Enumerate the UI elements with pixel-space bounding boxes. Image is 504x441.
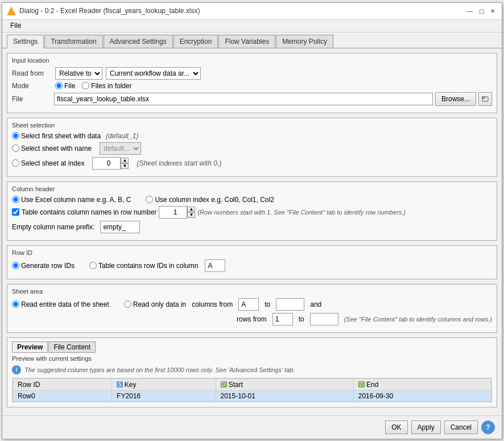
generate-row-ids-radio[interactable] <box>12 262 19 269</box>
mode-folder-label: Files in folder <box>91 82 131 90</box>
app-icon <box>7 6 16 15</box>
row-spinner-controls: ▲ ▼ <box>187 207 195 218</box>
mode-folder-radio[interactable] <box>82 82 89 89</box>
column-header-title: Column header <box>12 186 492 192</box>
mode-label: Mode <box>12 82 52 90</box>
preview-tab-bar: Preview File Content <box>12 341 492 353</box>
col-start-label: Start <box>229 381 243 389</box>
col-excel-name-radio[interactable] <box>12 196 19 203</box>
sheet-option2: Select sheet with name <box>12 145 92 153</box>
ok-button[interactable]: OK <box>385 421 407 434</box>
table-row-ids-option: Table contains row IDs in column <box>89 262 198 270</box>
cell-rowid: Row0 <box>13 390 112 401</box>
table-row-ids-label: Table contains row IDs in column <box>98 262 198 270</box>
minimize-button[interactable]: — <box>465 6 474 15</box>
tab-settings[interactable]: Settings <box>7 35 44 48</box>
sheet-name-radio[interactable] <box>12 145 19 152</box>
relative-to-select[interactable]: Relative to Absolute <box>55 67 102 80</box>
preview-settings-title: Preview with current settings <box>12 355 492 362</box>
row-spinner-down[interactable]: ▼ <box>187 212 195 218</box>
sheet-selection-section: Sheet selection Select first sheet with … <box>7 118 497 177</box>
col-header-start-inner: D Start <box>221 381 349 389</box>
sheet-name-select[interactable]: default... <box>100 142 141 155</box>
sheet-area-option1-row: Read entire data of the sheet Read only … <box>12 298 492 311</box>
menu-file[interactable]: File <box>7 20 24 31</box>
workflow-location-select[interactable]: Current workflow data ar... <box>106 67 201 80</box>
col-key-label: Key <box>125 381 137 389</box>
spinner-down[interactable]: ▼ <box>121 163 129 169</box>
empty-prefix-input[interactable] <box>100 221 140 233</box>
generate-row-ids-label: Generate row IDs <box>21 262 75 270</box>
col-rowid-label: Row ID <box>18 381 40 389</box>
cancel-button[interactable]: Cancel <box>444 421 478 434</box>
col-header-key: S Key <box>112 378 216 390</box>
read-only-option: Read only data in <box>124 300 186 308</box>
input-location-section: Input location Read from Relative to Abs… <box>7 53 497 113</box>
sheet-first-hint: (default_1) <box>106 132 138 140</box>
contains-col-names-checkbox[interactable] <box>12 208 19 216</box>
row-id-section: Row ID Generate row IDs Table contains r… <box>7 245 497 279</box>
sheet-option3: Select sheet at index <box>12 159 84 167</box>
titlebar: Dialog - 0:2 - Excel Reader (fiscal_year… <box>2 3 502 20</box>
sheet-first-label: Select first sheet with data <box>21 132 101 140</box>
sheet-first-radio[interactable] <box>12 132 19 139</box>
read-entire-option: Read entire data of the sheet <box>12 300 109 308</box>
menubar: File <box>2 20 502 32</box>
col-index-radio[interactable] <box>146 196 153 203</box>
tab-encryption[interactable]: Encryption <box>173 35 218 48</box>
mode-file-radio[interactable] <box>55 82 63 89</box>
sheet-option1-row: Select first sheet with data (default_1) <box>12 132 492 140</box>
generate-row-ids-option: Generate row IDs <box>12 262 75 270</box>
tab-advanced-settings[interactable]: Advanced Settings <box>104 35 173 48</box>
sheet-option3-row: Select sheet at index ▲ ▼ (Sheet indexes… <box>12 157 492 170</box>
preview-table-container: Row ID S Key D <box>12 378 492 402</box>
columns-from-label: columns from <box>192 300 233 308</box>
maximize-button[interactable]: ▢ <box>477 6 486 15</box>
browse-button[interactable]: Browse... <box>435 92 476 106</box>
read-from-row: Read from Relative to Absolute Current w… <box>12 67 492 80</box>
rows-from-input[interactable] <box>272 313 293 325</box>
preview-warning-text: The suggested column types are based on … <box>24 366 295 373</box>
preview-tab-preview[interactable]: Preview <box>12 341 48 353</box>
spinner-up[interactable]: ▲ <box>121 158 129 163</box>
tab-flow-variables[interactable]: Flow Variables <box>218 35 275 48</box>
rows-to-label: to <box>299 315 304 323</box>
close-button[interactable]: ✕ <box>488 6 497 15</box>
sheet-area-rows-row: rows from to (See "File Content" tab to … <box>12 313 492 325</box>
window-title: Dialog - 0:2 - Excel Reader (fiscal_year… <box>19 7 200 15</box>
input-location-title: Input location <box>12 57 492 64</box>
col-header-end: D End <box>353 378 491 390</box>
info-icon: i <box>12 365 21 374</box>
tab-memory-policy[interactable]: Memory Policy <box>276 35 333 48</box>
cell-end: 2016-09-30 <box>353 390 491 401</box>
mode-row: Mode File Files in folder <box>12 82 492 90</box>
main-content: Input location Read from Relative to Abs… <box>2 48 502 415</box>
columns-from-input[interactable] <box>238 298 259 311</box>
sheet-index-radio[interactable] <box>12 159 19 167</box>
tab-transformation[interactable]: Transformation <box>44 35 102 48</box>
file-row: File Browse... <box>12 92 492 106</box>
mode-file-option: File <box>55 82 75 90</box>
help-button[interactable]: ? <box>481 421 495 434</box>
row-number-input[interactable] <box>159 206 187 219</box>
col-header-start: D Start <box>216 378 353 390</box>
empty-prefix-row: Empty column name prefix: <box>12 221 492 233</box>
sheet-index-input[interactable] <box>92 157 121 170</box>
file-icon-button[interactable] <box>478 92 492 106</box>
row-id-column-input[interactable] <box>205 259 225 272</box>
key-type-badge: S <box>117 381 123 388</box>
col-header-end-inner: D End <box>358 381 486 389</box>
apply-button[interactable]: Apply <box>411 421 441 434</box>
table-row-ids-radio[interactable] <box>89 262 97 269</box>
preview-tab-file-content[interactable]: File Content <box>48 341 96 353</box>
file-label: File <box>12 95 52 103</box>
row-spinner-up[interactable]: ▲ <box>187 207 195 212</box>
rows-to-input[interactable] <box>310 313 338 325</box>
sheet-index-hint: (Sheet indexes start with 0.) <box>137 159 221 167</box>
mode-folder-option: Files in folder <box>82 82 131 90</box>
read-entire-radio[interactable] <box>12 300 19 308</box>
columns-to-input[interactable] <box>276 298 304 311</box>
and-label: and <box>310 300 321 308</box>
read-only-radio[interactable] <box>124 300 131 308</box>
file-input[interactable] <box>54 93 433 105</box>
